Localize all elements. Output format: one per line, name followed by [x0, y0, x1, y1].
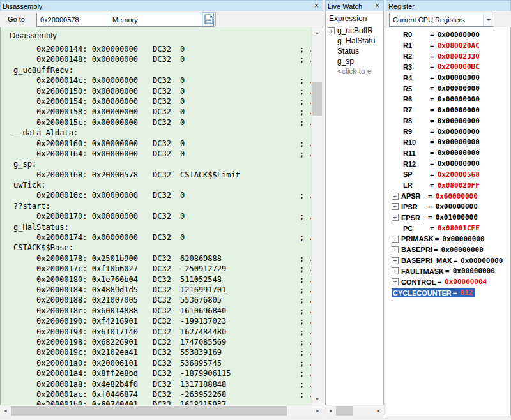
- scroll-left-arrow-icon[interactable]: ◄: [325, 405, 336, 416]
- disassembly-label-row[interactable]: g_HalStatus:: [1, 222, 312, 232]
- watch-item[interactable]: g_HalStatu: [326, 36, 383, 46]
- register-row-epsr[interactable]: +EPSR=0x01000000: [386, 212, 510, 223]
- register-row-r11[interactable]: R11=0x00000000: [386, 147, 510, 158]
- disassembly-data-row[interactable]: 0x20000164: 0x00000000DC320; ..: [1, 149, 312, 159]
- disassembly-label-row[interactable]: ??start:: [1, 201, 312, 211]
- disassembly-label-row[interactable]: g_ucBuffRecv:: [1, 65, 312, 75]
- watch-item[interactable]: Status: [326, 46, 383, 56]
- operand: 553676805: [180, 295, 222, 305]
- register-row-r10[interactable]: R10=0x00000000: [386, 137, 510, 147]
- disassembly-label-row[interactable]: g_sp:: [1, 159, 312, 169]
- disassembly-label-row[interactable]: uwTick:: [1, 180, 312, 190]
- close-icon[interactable]: ×: [312, 2, 321, 10]
- chevron-down-icon[interactable]: [483, 13, 494, 26]
- horizontal-scrollbar[interactable]: ◄ ►: [0, 405, 323, 416]
- register-row-r4[interactable]: R4=0x00000000: [386, 72, 510, 83]
- register-row-basepri[interactable]: +BASEPRI=0x00000000: [386, 244, 510, 255]
- disassembly-data-row[interactable]: 0x20000180: 0x1e760b04DC32511052548; ..: [1, 274, 312, 285]
- disassembly-data-row[interactable]: 0x200001b0: 0x60740401DC321618215937: [1, 400, 312, 405]
- close-icon[interactable]: ×: [373, 2, 381, 10]
- watch-item[interactable]: <click to e: [326, 66, 383, 77]
- disassembly-data-row[interactable]: 0x2000018c: 0x60014888DC321610696840; ..: [1, 306, 312, 316]
- register-row-r12[interactable]: R12=0x00000000: [386, 158, 510, 169]
- scroll-right-arrow-icon[interactable]: ►: [373, 405, 384, 416]
- disassembly-data-row[interactable]: 0x200001ac: 0xf0446874DC32-263952268; ..: [1, 389, 312, 400]
- register-row-apsr[interactable]: +APSR=0x60000000: [386, 191, 510, 202]
- register-row-cyclecounter[interactable]: CYCLECOUNTER=812: [386, 287, 510, 298]
- register-row-ipsr[interactable]: +IPSR=0x00000000: [386, 202, 510, 213]
- register-row-r3[interactable]: R3=0x200000BC: [386, 62, 510, 73]
- horizontal-scrollbar-thumb[interactable]: [336, 406, 353, 416]
- expand-plus-icon[interactable]: +: [392, 278, 399, 285]
- register-row-r0[interactable]: R0=0x00000000: [386, 29, 510, 40]
- disassembly-data-row[interactable]: 0x20000190: 0xf4216901DC32-199137023; ..: [1, 316, 312, 326]
- disassembly-data-row[interactable]: 0x20000148: 0x00000000DC320; ..: [1, 54, 312, 64]
- open-memory-window-button[interactable]: [202, 12, 216, 26]
- disassembly-data-row[interactable]: 0x20000188: 0x21007005DC32553676805; ..: [1, 295, 312, 305]
- view-mode-combobox[interactable]: Memory: [109, 13, 214, 27]
- disassembly-data-row[interactable]: 0x2000014c: 0x00000000DC320; ..: [1, 75, 312, 86]
- register-row-primask[interactable]: +PRIMASK=0x00000000: [386, 234, 510, 244]
- vertical-scrollbar-thumb[interactable]: [312, 82, 322, 116]
- scroll-up-arrow-icon[interactable]: ▲: [312, 27, 323, 38]
- register-row-r1[interactable]: R1=0x080020AC: [386, 40, 510, 51]
- expand-plus-icon[interactable]: +: [392, 246, 399, 253]
- register-value: 0x00000000: [461, 257, 503, 265]
- register-row-lr[interactable]: LR=0x080020FF: [386, 180, 510, 191]
- disassembly-label-row[interactable]: CSTACK$$Base:: [1, 243, 312, 253]
- disassembly-label-row[interactable]: __data_Aldata:: [1, 128, 312, 138]
- disassembly-data-row[interactable]: 0x200001a8: 0x4e82b4f0DC321317188848; ..: [1, 379, 312, 389]
- scroll-down-arrow-icon[interactable]: ▼: [312, 394, 323, 405]
- register-row-r8[interactable]: R8=0x00000000: [386, 116, 510, 126]
- register-row-faultmask[interactable]: +FAULTMASK=0x00000000: [386, 266, 510, 277]
- disassembly-data-row[interactable]: 0x2000017c: 0xf10b6027DC32-250912729; ..: [1, 264, 312, 274]
- disassembly-data-row[interactable]: 0x2000015c: 0x00000000DC320; ..: [1, 117, 312, 128]
- register-entry: R9=0x00000000: [403, 128, 480, 136]
- expand-plus-icon[interactable]: +: [392, 267, 399, 274]
- expand-plus-icon[interactable]: +: [392, 236, 399, 243]
- disassembly-data-row[interactable]: 0x20000174: 0x00000000DC320; ..: [1, 232, 312, 243]
- register-bank-combobox[interactable]: Current CPU Registers: [389, 13, 494, 27]
- expand-plus-icon[interactable]: +: [392, 193, 399, 200]
- disassembly-data-row[interactable]: 0x2000016c: 0x00000000DC320; ..: [1, 190, 312, 200]
- register-row-r2[interactable]: R2=0x08002330: [386, 51, 510, 62]
- expand-plus-icon[interactable]: +: [328, 27, 335, 34]
- vertical-scrollbar[interactable]: ▲ ▼: [311, 27, 323, 405]
- disassembly-data-row[interactable]: 0x2000019c: 0x2102ea41DC32553839169; ..: [1, 347, 312, 357]
- horizontal-scrollbar-thumb[interactable]: [11, 406, 287, 416]
- expand-plus-icon[interactable]: +: [392, 203, 399, 210]
- watch-item[interactable]: +g_ucBuffR: [326, 26, 383, 36]
- register-row-control[interactable]: +CONTROL=0x00000004: [386, 276, 510, 287]
- register-row-pc[interactable]: PC=0x08001CFE: [386, 223, 510, 234]
- disassembly-data-row[interactable]: 0x20000158: 0x00000000DC320; ..: [1, 107, 312, 117]
- disassembly-data-row[interactable]: 0x20000184: 0x4889d1d5DC321216991701; ..: [1, 285, 312, 295]
- disassembly-data-row[interactable]: 0x20000150: 0x00000000DC320; ..: [1, 86, 312, 96]
- disassembly-data-row[interactable]: 0x20000154: 0x00000000DC320; ..: [1, 96, 312, 107]
- register-row-r7[interactable]: R7=0x00000000: [386, 105, 510, 116]
- register-row-basepri_max[interactable]: +BASEPRI_MAX=0x00000000: [386, 255, 510, 266]
- expand-plus-icon[interactable]: +: [392, 257, 399, 264]
- register-row-r5[interactable]: R5=0x00000000: [386, 83, 510, 94]
- watch-item[interactable]: g_sp: [326, 56, 383, 66]
- equals-sign: =: [430, 106, 434, 114]
- disassembly-data-row[interactable]: 0x20000178: 0x2501b900DC32620869888; ..: [1, 253, 312, 264]
- register-bank-value: Current CPU Registers: [393, 16, 464, 24]
- scroll-left-arrow-icon[interactable]: ◄: [0, 405, 11, 416]
- register-row-sp[interactable]: SP=0x20000568: [386, 169, 510, 180]
- disassembly-data-row[interactable]: 0x20000194: 0x61017140DC321627484480; ..: [1, 327, 312, 337]
- disassembly-data-row[interactable]: 0x20000170: 0x00000000DC320; ..: [1, 211, 312, 221]
- horizontal-scrollbar[interactable]: ◄ ►: [325, 405, 384, 416]
- goto-address-combobox[interactable]: 0x20000578: [36, 13, 120, 27]
- register-row-r9[interactable]: R9=0x00000000: [386, 126, 510, 137]
- disassembly-data-row[interactable]: 0x200001a4: 0x8ff2e8bdDC32-1879906115; .…: [1, 368, 312, 379]
- disassembly-data-row[interactable]: 0x20000144: 0x00000000DC320; ..: [1, 44, 312, 54]
- scroll-right-arrow-icon[interactable]: ►: [312, 405, 323, 416]
- disassembly-data-row[interactable]: 0x20000160: 0x00000000DC320; ..: [1, 139, 312, 149]
- disassembly-data-row[interactable]: 0x20000168: 0x20000578DC32CSTACK$$Limit: [1, 170, 312, 180]
- expression-column-header[interactable]: Expression: [325, 11, 384, 26]
- register-value: 0x00000000: [441, 246, 484, 254]
- expand-plus-icon[interactable]: +: [392, 214, 399, 221]
- disassembly-data-row[interactable]: 0x200001a0: 0x20006101DC32536895745; ..: [1, 358, 312, 368]
- disassembly-data-row[interactable]: 0x20000198: 0x68226901DC321747085569; ..: [1, 337, 312, 347]
- register-row-r6[interactable]: R6=0x00000000: [386, 94, 510, 105]
